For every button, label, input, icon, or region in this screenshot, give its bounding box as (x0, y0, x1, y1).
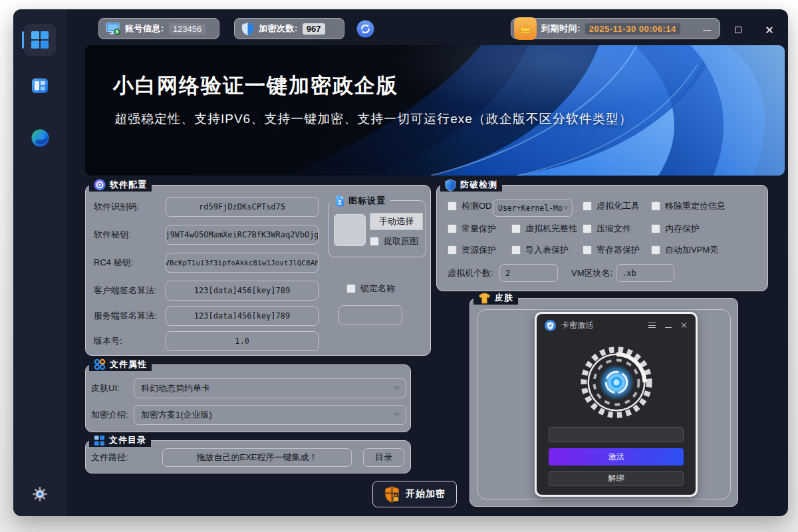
lock-name-input[interactable] (338, 305, 402, 325)
field-label: 软件秘钥: (94, 225, 131, 245)
expiry-badge: 到期时间: 2025-11-30 00:06:14 (511, 18, 720, 39)
chevron-down-icon (394, 413, 400, 417)
constant-protect-option[interactable]: 常量保护 (448, 223, 496, 235)
detect-od-option[interactable]: 检测OD (448, 200, 492, 212)
import-table-checkbox[interactable] (511, 245, 521, 255)
skin-preview-body: 卡密激活 (537, 314, 696, 495)
extract-original-label: 提取原图 (384, 235, 418, 247)
virtualization-option[interactable]: 虚拟化工具 (583, 200, 640, 212)
vm-integrity-option[interactable]: 虚拟机完整性 (511, 223, 577, 235)
shield-icon (445, 179, 456, 192)
card-key-input[interactable] (549, 427, 684, 442)
resource-protect-option[interactable]: 资源保护 (448, 244, 496, 256)
detect-od-checkbox[interactable] (448, 201, 457, 211)
start-encrypt-button[interactable]: 开始加密 (372, 481, 457, 507)
virtualization-checkbox[interactable] (583, 201, 592, 211)
option-label: 移除重定位信息 (665, 200, 726, 212)
sidebar-item-home[interactable] (24, 24, 56, 56)
lock-name-checkbox[interactable] (346, 284, 356, 293)
account-value: 123456 (169, 23, 205, 35)
extract-original-option[interactable]: 提取原图 (370, 235, 418, 247)
register-protect-option[interactable]: 寄存器保护 (583, 244, 640, 256)
extract-original-checkbox[interactable] (370, 237, 379, 246)
option-label: 自动加VPM壳 (665, 244, 718, 256)
file-dir-title: 文件目录 (109, 434, 146, 447)
vm-count-input[interactable]: 2 (499, 264, 558, 282)
auto-vpm-option[interactable]: 自动加VPM壳 (651, 244, 718, 256)
vm-block-input[interactable]: .xb (616, 264, 674, 282)
import-table-option[interactable]: 导入表保护 (511, 244, 569, 256)
field-label: 客户端签名算法: (94, 281, 157, 301)
minimize-icon (703, 30, 711, 31)
widgets-icon (32, 78, 48, 93)
chevron-down-icon (394, 386, 400, 390)
auto-vpm-checkbox[interactable] (651, 245, 660, 255)
icon-settings-legend: 图标设置 (330, 194, 390, 207)
memory-protect-checkbox[interactable] (651, 224, 660, 233)
lock-name-option[interactable]: 锁定名称 (346, 283, 395, 295)
chevron-down-icon (563, 206, 569, 210)
icon-preview-box[interactable] (334, 214, 366, 246)
server-sign-input[interactable]: 123[data]456[key]789 (166, 306, 319, 326)
field-label: 软件识别码: (94, 197, 140, 217)
app-window: 账号信息: 123456 加密次数: 967 到期时间: 202 (13, 9, 788, 516)
file-dir-panel: 文件目录 文件路径: 拖放自己的EXE程序一键集成！ 目录 (85, 440, 411, 473)
close-button[interactable] (759, 21, 779, 39)
software-key-input[interactable]: j9WT4wO5OMamXeiRC7BfK3WRaq2VbOjg (166, 225, 319, 245)
count-label: 加密次数: (259, 23, 298, 35)
memory-protect-option[interactable]: 内存保护 (651, 223, 700, 235)
maximize-button[interactable] (728, 21, 748, 39)
app-subtitle: 超强稳定性、支持IPV6、支持一键加密、支持一切可运行exe（政企版不区分软件类… (114, 110, 632, 128)
software-id-input[interactable]: rd59FjDzDKsCPTsd7S (166, 197, 319, 217)
file-path-label: 文件路径: (91, 448, 128, 467)
app-title: 小白网络验证一键加密政企版 (113, 72, 398, 100)
vm-integrity-checkbox[interactable] (511, 224, 521, 233)
rc4-key-input[interactable]: dVBcKpT1ui3f3ipfoAkkc8iw1JovtJlQC8AhK (166, 253, 319, 273)
close-icon[interactable] (681, 322, 688, 329)
minimize-icon[interactable] (665, 327, 672, 328)
monitor-user-icon (106, 22, 120, 35)
squares-icon (94, 435, 105, 446)
shield-lock-icon (384, 485, 400, 503)
skin-ui-dropdown[interactable]: 科幻动态简约单卡 (134, 378, 406, 398)
unbind-button[interactable]: 解绑 (549, 471, 684, 486)
skin-preview-controls (648, 322, 688, 329)
option-label: 虚拟化工具 (597, 200, 640, 212)
ico-file-icon (334, 196, 344, 207)
version-input[interactable]: 1.0 (166, 331, 319, 351)
sidebar-item-browser[interactable] (31, 129, 49, 147)
shield-check-icon (545, 320, 556, 331)
client-sign-input[interactable]: 123[data]456[key]789 (166, 281, 319, 301)
minimize-button[interactable] (697, 21, 717, 39)
skin-title: 皮肤 (495, 291, 513, 305)
field-label: 服务端签名算法: (94, 306, 157, 326)
crown-icon (514, 17, 537, 40)
constant-protect-checkbox[interactable] (448, 224, 457, 233)
encrypt-intro-dropdown[interactable]: 加密方案1(企业版) (134, 405, 406, 425)
register-protect-checkbox[interactable] (583, 245, 592, 255)
gear-artwork (577, 343, 656, 424)
file-path-input[interactable]: 拖放自己的EXE程序一键集成！ (162, 448, 352, 467)
anti-crack-panel: 防破检测 检测OD User+Kernel-Mod 虚拟化工具 移除重定位信息 … (436, 185, 768, 291)
encrypt-count-badge: 加密次数: 967 (234, 18, 344, 39)
file-props-title: 文件属性 (110, 358, 147, 371)
option-label: 寄存器保护 (597, 244, 640, 256)
od-mode-dropdown[interactable]: User+Kernel-Mod (493, 199, 573, 217)
refresh-button[interactable] (356, 20, 374, 38)
remove-reloc-checkbox[interactable] (651, 201, 660, 211)
resource-protect-checkbox[interactable] (448, 245, 457, 255)
manual-select-button[interactable]: 手动选择 (370, 213, 423, 230)
sidebar-item-settings[interactable] (32, 486, 48, 502)
anti-crack-legend: 防破检测 (440, 178, 502, 192)
activate-button[interactable]: 激活 (549, 448, 684, 466)
compress-file-checkbox[interactable] (583, 224, 592, 233)
skin-preview-window: 卡密激活 (535, 312, 698, 497)
remove-reloc-option[interactable]: 移除重定位信息 (651, 200, 726, 212)
skin-panel: 皮肤 卡密激活 (469, 298, 738, 507)
sidebar-item-widgets[interactable] (32, 78, 48, 93)
field-label: 版本号: (94, 331, 122, 351)
vm-count-label: 虚拟机个数: (448, 264, 493, 282)
compress-file-option[interactable]: 压缩文件 (583, 223, 631, 235)
menu-icon[interactable] (648, 323, 656, 328)
directory-button[interactable]: 目录 (363, 448, 404, 467)
